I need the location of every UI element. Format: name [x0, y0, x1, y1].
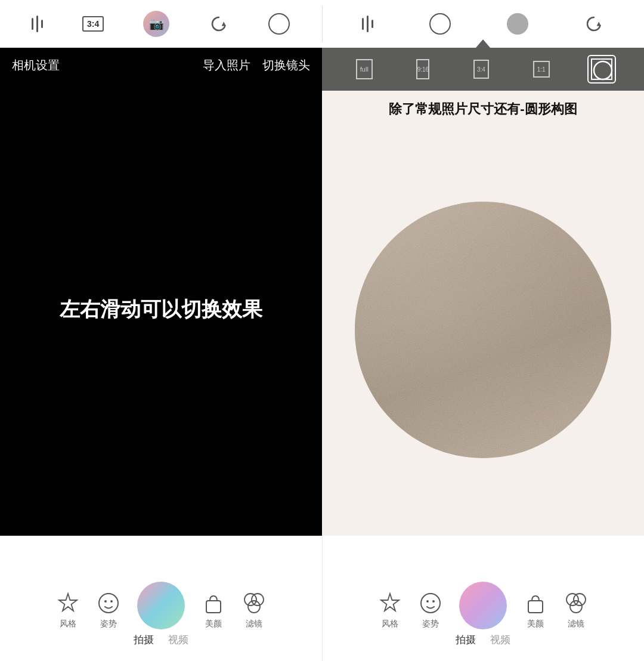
- sliders-icon-left[interactable]: [32, 16, 43, 32]
- left-top-bar: 相机设置 导入照片 切换镜头: [0, 48, 322, 83]
- bag-icon-right: [524, 591, 547, 615]
- filter-label-right: 滤镜: [568, 619, 584, 629]
- svg-rect-6: [206, 601, 221, 613]
- shutter-button-right[interactable]: [459, 582, 507, 629]
- pose-icon-item-right[interactable]: 姿势: [419, 591, 442, 629]
- mode-video-right[interactable]: 视频: [490, 633, 510, 647]
- face-icon-right: [419, 591, 442, 615]
- ratio-icon-left[interactable]: 3:4: [82, 16, 104, 32]
- svg-rect-1: [355, 202, 611, 458]
- sliders-icon-right[interactable]: [362, 16, 373, 32]
- bottom-right: 风格 姿势 美: [323, 536, 645, 661]
- svg-rect-14: [528, 601, 543, 613]
- mode-photo-right[interactable]: 拍摄: [456, 633, 476, 647]
- avatar-icon: 📷: [143, 11, 169, 37]
- face-icon-left: [97, 591, 120, 615]
- svg-point-5: [110, 600, 113, 603]
- beauty-icon-item-right[interactable]: 美颜: [524, 591, 547, 629]
- camera-settings-label: 相机设置: [12, 57, 60, 73]
- circle-outline-icon-left[interactable]: [268, 13, 290, 35]
- filter-label-left: 滤镜: [246, 619, 262, 629]
- 11-icon: 1:1: [533, 61, 550, 78]
- aspect-full[interactable]: full: [350, 55, 379, 83]
- circle-outline-right: [429, 13, 451, 35]
- filter-icon-item-left[interactable]: 滤镜: [242, 591, 266, 629]
- aspect-916[interactable]: 9:16: [410, 55, 435, 83]
- pose-icon-item-left[interactable]: 姿势: [97, 591, 120, 629]
- bottom-icons-right: 风格 姿势 美: [323, 576, 645, 633]
- svg-point-15: [566, 594, 578, 606]
- svg-point-8: [252, 594, 264, 606]
- circle-photo: [355, 202, 611, 458]
- import-photo-btn[interactable]: 导入照片: [203, 57, 250, 73]
- swipe-hint-text: 左右滑动可以切换效果: [60, 296, 262, 323]
- aspect-11[interactable]: 1:1: [527, 57, 556, 81]
- mode-video-left[interactable]: 视频: [168, 633, 188, 647]
- circle-preview-container: [322, 124, 644, 536]
- avatar-thumb: 📷: [143, 11, 169, 37]
- rotate-icon-right[interactable]: [584, 14, 604, 34]
- style-label-left: 风格: [60, 619, 76, 629]
- style-icon-item-left[interactable]: 风格: [56, 591, 80, 629]
- left-main-text: 左右滑动可以切换效果: [0, 83, 322, 536]
- svg-point-7: [244, 594, 256, 606]
- left-panel: 相机设置 导入照片 切换镜头 左右滑动可以切换效果: [0, 48, 322, 536]
- svg-point-4: [104, 600, 107, 603]
- bottom-left: 风格 姿势 美: [0, 536, 322, 661]
- style-label-right: 风格: [382, 619, 398, 629]
- shutter-button-left[interactable]: [137, 582, 185, 629]
- bottom-area: 风格 姿势 美: [0, 536, 644, 661]
- circle-aspect-icon: [591, 58, 612, 80]
- filter-icon-right: [564, 591, 588, 615]
- svg-point-17: [570, 601, 582, 613]
- right-caption: 除了常规照片尺寸还有-圆形构图: [322, 91, 644, 124]
- circle-filled-icon-right: [507, 13, 528, 35]
- svg-point-3: [99, 594, 118, 613]
- mode-photo-left[interactable]: 拍摄: [134, 633, 154, 647]
- star-icon-left: [56, 591, 80, 615]
- svg-point-9: [248, 601, 260, 613]
- aspect-toolbar: full 9:16 3:4 1:1: [322, 48, 644, 91]
- svg-point-12: [426, 600, 429, 603]
- 34-icon: 3:4: [473, 60, 489, 79]
- filter-icon-left: [242, 591, 266, 615]
- aspect-34[interactable]: 3:4: [467, 56, 495, 82]
- ratio-label-left: 3:4: [82, 16, 104, 32]
- switch-lens-btn[interactable]: 切换镜头: [262, 57, 310, 73]
- star-icon-right: [378, 591, 402, 615]
- filter-icon-item-right[interactable]: 滤镜: [564, 591, 588, 629]
- mode-tabs-right: 拍摄 视频: [456, 633, 510, 647]
- svg-point-16: [574, 594, 586, 606]
- circle-outline: [268, 13, 290, 35]
- pose-label-left: 姿势: [100, 619, 117, 629]
- shutter-item-right[interactable]: [459, 582, 507, 629]
- top-bar: 3:4 📷: [0, 0, 644, 48]
- bottom-icons-left: 风格 姿势 美: [0, 576, 322, 633]
- bag-icon-left: [202, 591, 225, 615]
- main-content: 相机设置 导入照片 切换镜头 左右滑动可以切换效果 full 9:16: [0, 48, 644, 536]
- left-panel-actions: 导入照片 切换镜头: [203, 57, 310, 73]
- svg-marker-2: [59, 594, 77, 611]
- beauty-label-left: 美颜: [205, 619, 222, 629]
- shutter-item-left[interactable]: [137, 582, 185, 629]
- circle-empty-icon-right[interactable]: [429, 13, 451, 35]
- circle-filled: [507, 13, 528, 35]
- svg-point-11: [421, 594, 440, 613]
- beauty-label-right: 美颜: [527, 619, 544, 629]
- mode-tabs-left: 拍摄 视频: [134, 633, 188, 647]
- right-panel: full 9:16 3:4 1:1: [322, 48, 644, 536]
- svg-point-0: [594, 61, 612, 79]
- svg-marker-10: [381, 594, 399, 611]
- top-bar-left: 3:4 📷: [0, 0, 322, 48]
- full-icon: full: [356, 59, 373, 79]
- 916-icon: 9:16: [416, 59, 429, 79]
- pose-label-right: 姿势: [422, 619, 439, 629]
- aspect-circle[interactable]: [587, 55, 616, 84]
- svg-point-13: [432, 600, 435, 603]
- rotate-icon-left[interactable]: [209, 14, 229, 34]
- beauty-icon-item-left[interactable]: 美颜: [202, 591, 225, 629]
- style-icon-item-right[interactable]: 风格: [378, 591, 402, 629]
